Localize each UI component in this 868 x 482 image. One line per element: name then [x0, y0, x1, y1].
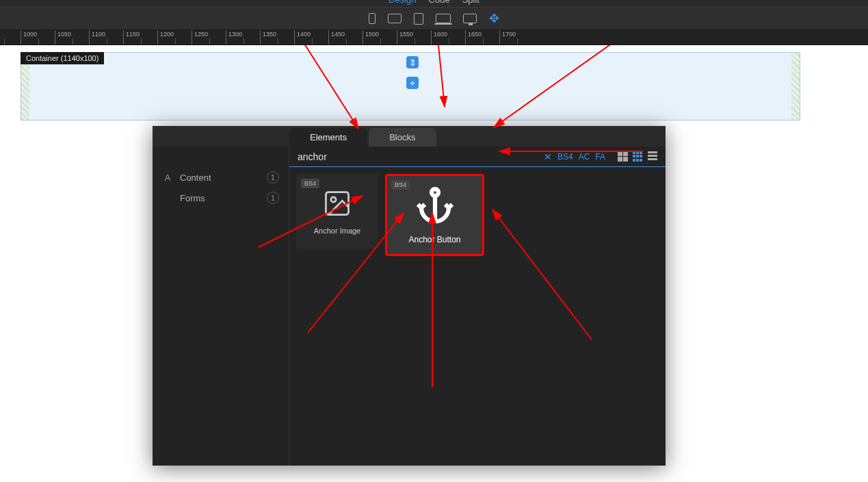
viewmode-code[interactable]: Code: [429, 0, 450, 5]
sidebar-item-count: 1: [267, 171, 279, 183]
filter-bs4[interactable]: BS4: [557, 152, 573, 162]
filter-ac[interactable]: AC: [579, 152, 590, 162]
insert-before-button[interactable]: ⇕: [406, 56, 419, 68]
tab-elements[interactable]: Elements: [289, 128, 367, 147]
elements-panel: Elements Blocks AContent1Forms1 ✕ BS4 AC…: [153, 126, 666, 466]
sidebar-item-label: Content: [180, 173, 211, 183]
view-large-grid-icon[interactable]: [618, 151, 629, 162]
move-icon[interactable]: ✥: [489, 11, 499, 26]
canvas[interactable]: Container (1140x100) ⇕ + Elements Blocks…: [0, 45, 868, 482]
sidebar-item-content[interactable]: AContent1: [153, 167, 289, 188]
panel-sidebar: AContent1Forms1: [153, 147, 289, 466]
sidebar-item-forms[interactable]: Forms1: [153, 188, 289, 208]
framework-badge: BS4: [301, 179, 319, 188]
search-row: ✕ BS4 AC FA: [289, 147, 666, 167]
search-input[interactable]: [296, 150, 538, 164]
filter-fa[interactable]: FA: [595, 152, 605, 162]
framework-badge: BS4: [391, 180, 410, 190]
image-icon: [322, 188, 352, 221]
sidebar-item-count: 1: [267, 192, 279, 204]
card-title: Anchor Button: [408, 235, 460, 244]
tab-blocks[interactable]: Blocks: [369, 128, 436, 147]
device-bar: ✥: [0, 7, 868, 30]
category-icon: A: [162, 173, 173, 183]
view-small-grid-icon[interactable]: [633, 151, 644, 162]
elements-grid: BS4Anchor ImageBS4Anchor Button: [289, 167, 666, 466]
view-list-icon[interactable]: [648, 151, 659, 162]
card-title: Anchor Image: [314, 227, 360, 235]
ruler: 5005506006507007508008509009501000105011…: [0, 30, 868, 45]
svg-point-1: [331, 197, 336, 202]
top-bar: Design Code Split: [0, 0, 868, 7]
insert-inside-button[interactable]: +: [406, 77, 419, 89]
tablet-landscape-icon[interactable]: [388, 14, 402, 23]
tablet-portrait-icon[interactable]: [414, 13, 423, 25]
anchor-icon: [415, 186, 456, 229]
laptop-icon[interactable]: [436, 14, 451, 23]
container-label: Container (1140x100): [21, 52, 104, 64]
clear-search-button[interactable]: ✕: [544, 151, 552, 162]
desktop-icon[interactable]: [463, 14, 477, 23]
viewmode-split[interactable]: Split: [462, 0, 479, 5]
element-card-anchor-image[interactable]: BS4Anchor Image: [296, 174, 378, 249]
element-card-anchor-button[interactable]: BS4Anchor Button: [385, 174, 484, 256]
viewmode-design[interactable]: Design: [389, 0, 416, 5]
sidebar-item-label: Forms: [180, 193, 205, 203]
svg-point-2: [432, 189, 438, 196]
phone-icon[interactable]: [369, 13, 376, 24]
